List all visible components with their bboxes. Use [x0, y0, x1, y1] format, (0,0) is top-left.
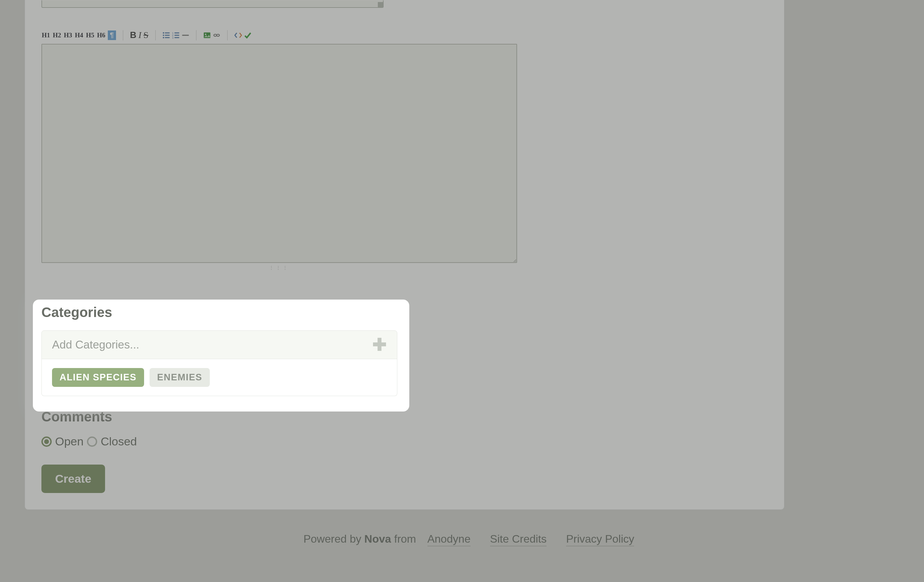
svg-point-15 — [214, 34, 216, 36]
bold-button[interactable]: B — [130, 30, 137, 40]
categories-input-row: ✚ — [41, 331, 397, 359]
footer-privacy-link[interactable]: Privacy Policy — [566, 533, 634, 546]
svg-point-16 — [217, 34, 219, 36]
heading-h6-button[interactable]: H6 — [97, 31, 106, 40]
comments-open-label: Open — [55, 435, 84, 448]
svg-rect-1 — [165, 32, 169, 33]
svg-rect-11 — [174, 37, 179, 38]
footer-powered-prefix: Powered by — [304, 533, 365, 545]
italic-button[interactable]: I — [138, 30, 141, 40]
ordered-list-icon[interactable]: 123 — [172, 31, 180, 39]
svg-rect-7 — [174, 32, 179, 33]
footer-anodyne-link[interactable]: Anodyne — [427, 533, 470, 546]
svg-rect-5 — [165, 37, 169, 38]
image-icon[interactable] — [203, 31, 211, 39]
create-button[interactable]: Create — [41, 465, 105, 493]
paragraph-icon[interactable]: ¶ — [108, 30, 116, 40]
comments-radio-group: Open Closed — [41, 435, 767, 448]
toolbar-separator — [196, 30, 196, 40]
categories-heading: Categories — [41, 305, 414, 320]
svg-point-0 — [163, 32, 164, 33]
svg-point-2 — [163, 34, 164, 36]
heading-h4-button[interactable]: H4 — [74, 31, 84, 40]
add-category-icon[interactable]: ✚ — [372, 341, 387, 349]
code-icon[interactable] — [234, 31, 242, 39]
summary-textarea[interactable] — [41, 0, 384, 8]
categories-input[interactable] — [52, 338, 320, 351]
svg-rect-13 — [204, 32, 210, 38]
category-tag-enemies[interactable]: ENEMIES — [150, 368, 210, 387]
resize-handle-icon[interactable]: ⋮⋮⋮ — [41, 265, 517, 270]
svg-point-4 — [163, 36, 164, 38]
svg-point-14 — [205, 33, 206, 35]
check-icon[interactable] — [244, 31, 252, 39]
editor-toolbar: H1 H2 H3 H4 H5 H6 ¶ B I S 123 — [41, 30, 767, 40]
heading-h1-button[interactable]: H1 — [41, 31, 50, 40]
svg-rect-12 — [182, 35, 188, 36]
categories-tag-list: ALIEN SPECIES ENEMIES — [41, 359, 397, 396]
heading-h5-button[interactable]: H5 — [86, 31, 94, 40]
category-tag-alien-species[interactable]: ALIEN SPECIES — [52, 368, 144, 387]
toolbar-separator — [155, 30, 156, 40]
heading-h3-button[interactable]: H3 — [64, 31, 73, 40]
toolbar-separator — [227, 30, 228, 40]
footer-from: from — [391, 533, 419, 545]
footer-product: Nova — [365, 533, 391, 545]
content-textarea[interactable] — [41, 44, 517, 263]
comments-heading: Comments — [41, 409, 767, 425]
toolbar-separator — [123, 30, 123, 40]
link-icon[interactable] — [213, 31, 220, 39]
comments-closed-radio[interactable] — [87, 436, 97, 447]
heading-h2-button[interactable]: H2 — [52, 31, 61, 40]
svg-text:3: 3 — [172, 36, 173, 39]
comments-open-radio[interactable] — [41, 436, 52, 447]
footer-site-credits-link[interactable]: Site Credits — [490, 533, 546, 546]
svg-rect-9 — [174, 35, 179, 36]
strikethrough-button[interactable]: S — [144, 30, 148, 40]
bullet-list-icon[interactable] — [163, 31, 170, 39]
form-card: H1 H2 H3 H4 H5 H6 ¶ B I S 123 — [25, 0, 784, 510]
footer: Powered by Nova from Anodyne Site Credit… — [25, 533, 921, 546]
horizontal-rule-icon[interactable] — [182, 31, 189, 39]
comments-closed-label: Closed — [101, 435, 137, 448]
categories-section: Categories ✚ ALIEN SPECIES ENEMIES — [41, 305, 414, 396]
svg-rect-3 — [165, 35, 169, 36]
